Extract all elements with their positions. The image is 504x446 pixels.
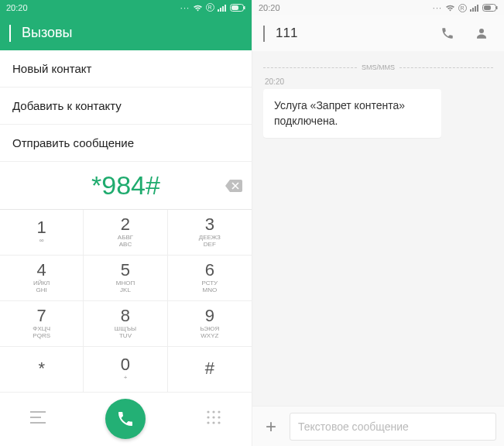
key-9[interactable]: 9ЬЭЮЯWXYZ [168, 301, 252, 347]
svg-rect-23 [470, 9, 471, 12]
svg-text:R: R [460, 5, 465, 11]
wifi-icon [445, 4, 455, 12]
key-5[interactable]: 5МНОПJKL [84, 256, 167, 301]
contact-name: 111 [276, 26, 297, 41]
option-new-contact[interactable]: Новый контакт [0, 50, 252, 87]
contact-info-button[interactable] [470, 26, 493, 40]
backspace-button[interactable] [216, 180, 252, 192]
status-icons: ··· R [180, 3, 245, 12]
key-1[interactable]: 1∞ [0, 210, 84, 256]
plus-icon: + [266, 416, 276, 437]
svg-point-19 [213, 422, 215, 424]
status-time: 20:20 [6, 3, 28, 12]
compose-bar: + [252, 406, 504, 446]
more-icon: ··· [433, 3, 442, 12]
dialpad-icon [206, 410, 221, 425]
dialpad-toggle-button[interactable] [206, 410, 221, 428]
call-contact-button[interactable] [436, 26, 459, 40]
app-bar: Вызовы [0, 15, 252, 51]
signal-icon [470, 4, 479, 12]
sms-divider: SMS/MMS [263, 63, 493, 71]
dial-options: Новый контакт Добавить к контакту Отправ… [0, 50, 252, 162]
key-2[interactable]: 2АБВГABC [84, 210, 167, 256]
app-title: Вызовы [22, 25, 73, 41]
keypad: 1∞ 2АБВГABC 3ДЕЕЖЗDEF 4ИЙКЛGHI 5МНОПJKL … [0, 210, 252, 393]
key-star[interactable]: * [0, 347, 84, 393]
phone-icon [116, 410, 135, 428]
dial-action-bar [0, 393, 252, 446]
person-icon [475, 26, 489, 40]
svg-rect-29 [484, 5, 491, 10]
dial-display: *984# [0, 162, 252, 209]
svg-rect-26 [477, 5, 478, 12]
svg-point-15 [207, 417, 210, 419]
key-8[interactable]: 8ШЩЪЫTUV [84, 301, 167, 347]
message-input[interactable] [290, 413, 496, 441]
svg-rect-4 [222, 6, 224, 12]
key-6[interactable]: 6РСТУMNO [168, 256, 252, 301]
sms-screen: 20:20 ··· R 111 SMS/MMS 20:20 Услуга «За… [252, 0, 504, 446]
svg-rect-28 [496, 6, 498, 9]
chevron-left-icon [263, 26, 265, 42]
status-time: 20:20 [259, 3, 280, 12]
key-4[interactable]: 4ИЙКЛGHI [0, 256, 84, 301]
menu-button[interactable] [30, 411, 46, 427]
message-list[interactable]: SMS/MMS 20:20 Услуга «Запрет контента» п… [252, 51, 504, 406]
status-icons: ··· R [433, 3, 498, 12]
svg-point-16 [213, 417, 215, 419]
more-icon: ··· [180, 3, 190, 12]
svg-rect-11 [30, 422, 46, 424]
svg-rect-2 [218, 9, 219, 12]
key-3[interactable]: 3ДЕЕЖЗDEF [168, 210, 252, 256]
status-bar: 20:20 ··· R [0, 0, 252, 15]
svg-rect-24 [472, 8, 474, 12]
back-button[interactable] [9, 25, 11, 41]
svg-rect-3 [220, 8, 221, 12]
key-hash[interactable]: # [168, 347, 252, 393]
wifi-icon [193, 4, 203, 12]
conversation-header: 111 [252, 15, 504, 51]
svg-point-20 [218, 422, 221, 424]
attach-button[interactable]: + [260, 416, 282, 437]
divider-label: SMS/MMS [362, 63, 395, 71]
chevron-left-icon [9, 25, 11, 42]
battery-icon [482, 4, 498, 12]
svg-point-12 [207, 411, 210, 413]
svg-rect-10 [30, 417, 41, 418]
back-button[interactable] [263, 26, 265, 41]
dialed-number: *984# [0, 170, 216, 201]
backspace-icon [225, 180, 242, 192]
call-button[interactable] [105, 399, 146, 439]
option-add-to-contact[interactable]: Добавить к контакту [0, 87, 252, 125]
svg-point-30 [479, 29, 484, 33]
svg-rect-25 [475, 6, 476, 12]
menu-icon [30, 411, 46, 424]
svg-point-17 [218, 417, 221, 419]
signal-icon [218, 4, 227, 12]
phone-icon [441, 26, 454, 40]
svg-rect-7 [244, 6, 245, 9]
svg-rect-9 [30, 411, 46, 413]
svg-point-18 [207, 422, 210, 424]
svg-rect-8 [231, 5, 238, 10]
dialer-screen: 20:20 ··· R Вызовы Новый контакт Добавит… [0, 0, 252, 446]
r-icon: R [206, 3, 214, 12]
status-bar: 20:20 ··· R [252, 0, 504, 15]
svg-rect-5 [225, 5, 226, 12]
svg-point-13 [213, 411, 215, 413]
key-0[interactable]: 0+ [84, 347, 167, 393]
message-bubble[interactable]: Услуга «Запрет контента» подключена. [263, 89, 441, 138]
battery-icon [230, 4, 245, 12]
option-send-message[interactable]: Отправить сообщение [0, 125, 252, 162]
r-icon: R [458, 4, 467, 12]
svg-point-14 [218, 411, 221, 413]
svg-text:R: R [207, 5, 212, 10]
key-7[interactable]: 7ФХЦЧPQRS [0, 301, 84, 347]
message-timestamp: 20:20 [263, 77, 493, 86]
